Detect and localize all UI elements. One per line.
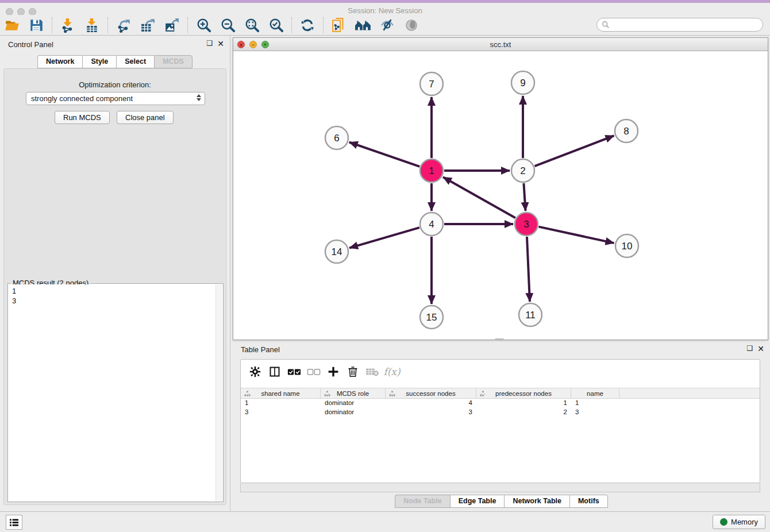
function-builder-icon: f(x) [383,364,401,380]
memory-button[interactable]: Memory [713,515,765,529]
graph-edge-2-8[interactable] [535,136,614,166]
close-panel-button[interactable]: Close panel [117,111,174,124]
cell-name[interactable]: 3 [571,408,619,417]
graph-edge-3-11[interactable] [527,237,530,302]
table-header-row: shared name MCDS role successor nodes pr… [241,388,760,399]
add-icon[interactable] [325,364,342,380]
tab-network[interactable]: Network [37,55,82,68]
chevron-up-down-icon [197,94,201,101]
network-window-titlebar[interactable]: x − + scc.txt [233,38,768,51]
cell-shared-name[interactable]: 1 [241,399,321,408]
tab-node-table[interactable]: Node Table [395,495,449,508]
toolbar-separator [107,17,108,33]
column-header-predecessor-nodes[interactable]: predecessor nodes [476,388,571,398]
toolbar-separator [52,17,52,33]
tab-network-table[interactable]: Network Table [504,495,569,508]
sphere-icon [402,17,421,34]
column-header-successor-nodes[interactable]: successor nodes [386,388,476,398]
window-title: Session: New Session [0,6,770,15]
cell-predecessor-nodes[interactable]: 2 [476,408,571,417]
trash-icon[interactable] [344,364,361,380]
optimization-criterion-select[interactable]: strongly connected component [26,92,205,105]
close-panel-icon[interactable]: ✕ [757,344,764,353]
splitter-handle[interactable] [495,338,504,341]
select-all-icon[interactable] [286,364,303,380]
close-panel-icon[interactable]: ✕ [217,39,224,48]
toolbar-separator [323,17,324,33]
control-panel-header: Control Panel ❑ ✕ [0,36,230,52]
search-input[interactable] [613,21,763,29]
zoom-out-icon[interactable] [218,17,237,34]
import-network-icon[interactable] [58,17,78,34]
layout-refresh-icon[interactable] [298,17,317,34]
table-tabs: Node Table Edge Table Network Table Moti… [233,495,770,508]
table-panel: Table Panel ❑ ✕ [233,342,770,511]
column-header-mcds-role[interactable]: MCDS role [321,388,386,398]
graph-node-label-11: 11 [525,310,536,321]
export-image-icon[interactable] [162,17,182,34]
cell-name[interactable]: 1 [571,399,619,408]
delete-table-icon [364,364,381,380]
memory-label: Memory [731,518,758,526]
tab-style[interactable]: Style [82,55,116,68]
column-header-name[interactable]: name [571,388,619,398]
status-bar: Memory [0,511,770,532]
cell-mcds-role[interactable]: dominator [321,399,386,408]
main-toolbar [0,15,770,36]
tab-select[interactable]: Select [116,55,154,68]
save-session-icon[interactable] [26,17,46,34]
graph-node-label-9: 9 [520,78,525,88]
cell-predecessor-nodes[interactable]: 1 [476,399,571,408]
graph-node-label-15: 15 [426,312,437,323]
tab-edge-table[interactable]: Edge Table [450,495,505,508]
toolbar-separator [187,17,188,33]
mcds-result-text[interactable]: 1 3 [9,284,215,501]
cell-mcds-role[interactable]: dominator [321,408,386,417]
run-mcds-button[interactable]: Run MCDS [55,111,110,124]
tab-mcds[interactable]: MCDS [154,55,192,68]
graph-edge-2-3[interactable] [523,183,525,211]
result-scrollbar[interactable] [215,284,222,501]
table-row[interactable]: 3 dominator 3 2 3 [241,408,760,417]
control-panel: Control Panel ❑ ✕ Network Style Select M… [0,36,230,511]
graph-edge-1-6[interactable] [349,142,419,167]
cell-successor-nodes[interactable]: 4 [386,399,476,408]
table-scrollbar[interactable] [240,483,760,492]
zoom-fit-icon[interactable] [242,17,261,34]
mcds-result-box: MCDS result (2 nodes) 1 3 [7,283,224,502]
search-box[interactable] [596,18,763,32]
network-from-selection-icon[interactable] [329,17,349,34]
network-window-title: scc.txt [233,40,768,49]
zoom-selected-icon[interactable] [266,17,286,34]
graph-edge-3-1[interactable] [443,177,515,218]
cell-shared-name[interactable]: 3 [241,408,321,417]
table-row[interactable]: 1 dominator 4 1 1 [241,399,760,408]
float-panel-icon[interactable]: ❑ [747,344,753,353]
graph-edge-3-10[interactable] [538,227,614,243]
export-table-icon[interactable] [138,17,157,34]
gear-icon[interactable] [247,364,264,380]
zoom-in-icon[interactable] [194,17,213,34]
column-type-icon [324,391,330,397]
search-icon [602,21,610,29]
column-type-icon [480,391,486,397]
column-header-shared-name[interactable]: shared name [241,388,321,398]
split-columns-icon[interactable] [266,364,283,380]
open-session-icon[interactable] [2,17,22,34]
home-icon[interactable] [353,17,373,34]
task-history-button[interactable] [6,515,22,530]
control-panel-title: Control Panel [8,40,53,49]
memory-status-icon [720,518,727,526]
tab-motifs[interactable]: Motifs [569,495,608,508]
import-table-icon[interactable] [82,17,102,34]
float-panel-icon[interactable]: ❑ [207,39,213,48]
unselect-all-icon[interactable] [305,364,322,380]
cell-successor-nodes[interactable]: 3 [386,408,476,417]
graph-edge-4-14[interactable] [349,228,419,248]
network-canvas[interactable]: 7968124314101511 [233,51,768,340]
list-icon [9,518,19,527]
export-network-icon[interactable] [114,17,133,34]
show-hide-icon[interactable] [378,17,397,34]
graph-node-label-1: 1 [429,165,434,176]
graph-node-label-2: 2 [520,165,525,176]
